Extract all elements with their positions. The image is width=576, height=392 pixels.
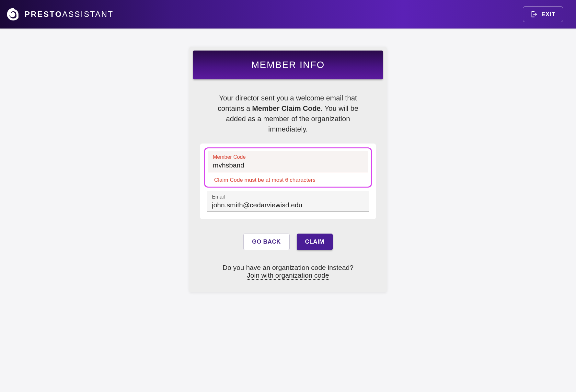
form-container: Member Code Claim Code must be at most 6…: [200, 144, 376, 219]
member-code-error: Claim Code must be at most 6 characters: [208, 172, 368, 184]
logo-text: PRESTOASSISTANT: [25, 10, 114, 19]
member-code-label: Member Code: [213, 154, 363, 160]
go-back-button[interactable]: GO BACK: [243, 234, 290, 250]
claim-button[interactable]: CLAIM: [297, 234, 333, 250]
card-title: MEMBER INFO: [202, 60, 374, 70]
description-text: Your director sent you a welcome email t…: [193, 79, 383, 144]
exit-button[interactable]: EXIT: [523, 6, 563, 22]
email-wrapper: Email: [207, 191, 369, 212]
email-label: Email: [212, 194, 364, 200]
card-header: MEMBER INFO: [193, 51, 383, 79]
main-content: MEMBER INFO Your director sent you a wel…: [0, 29, 576, 292]
member-code-wrapper: Member Code: [208, 151, 368, 172]
svg-point-0: [12, 13, 14, 15]
member-code-highlight: Member Code Claim Code must be at most 6…: [204, 147, 372, 188]
app-header: PRESTOASSISTANT EXIT: [0, 0, 576, 29]
email-wrapper-outer: Email: [207, 191, 369, 212]
exit-label: EXIT: [541, 11, 556, 18]
logo-icon: [6, 7, 21, 22]
member-info-card: MEMBER INFO Your director sent you a wel…: [189, 47, 387, 292]
member-code-input[interactable]: [213, 161, 363, 169]
email-input[interactable]: [212, 201, 364, 209]
logo: PRESTOASSISTANT: [6, 7, 114, 22]
button-row: GO BACK CLAIM: [193, 219, 383, 259]
org-code-link[interactable]: Join with organization code: [247, 271, 329, 279]
footer-question: Do you have an organization code instead…: [193, 264, 383, 271]
exit-icon: [530, 11, 537, 18]
footer-text: Do you have an organization code instead…: [193, 259, 383, 288]
